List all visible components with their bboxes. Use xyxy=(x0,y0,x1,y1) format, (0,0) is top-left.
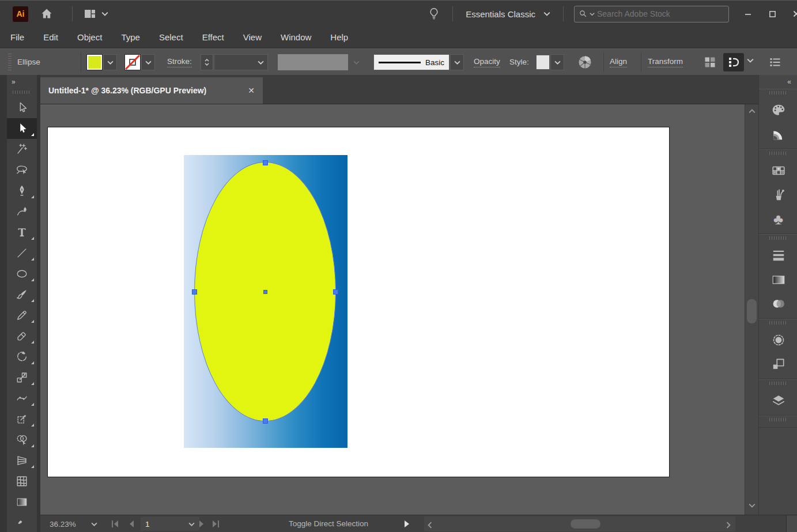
dock-grip[interactable] xyxy=(769,418,788,421)
tool-paintbrush[interactable] xyxy=(7,284,37,305)
tool-perspective-grid[interactable] xyxy=(7,450,37,471)
tool-free-transform[interactable] xyxy=(7,409,37,429)
next-artboard-icon[interactable] xyxy=(198,520,205,528)
stroke-weight-label[interactable]: Stroke: xyxy=(167,57,192,67)
panel-menu-icon[interactable] xyxy=(768,55,782,69)
horizontal-scrollbar[interactable] xyxy=(424,516,735,531)
lightbulb-icon[interactable] xyxy=(427,6,441,21)
gradient-panel-icon[interactable] xyxy=(759,267,797,292)
menu-select[interactable]: Select xyxy=(159,32,183,42)
app-logo-icon[interactable]: Ai xyxy=(13,6,28,22)
tool-shape-builder[interactable] xyxy=(7,429,37,450)
stroke-weight-dropdown[interactable] xyxy=(214,54,268,70)
menu-view[interactable]: View xyxy=(243,32,262,42)
tool-direct-selection[interactable] xyxy=(7,118,37,139)
center-point-handle[interactable] xyxy=(263,290,267,294)
recolor-artwork-icon[interactable] xyxy=(577,54,593,70)
isolation-mode-chevron[interactable] xyxy=(747,58,754,63)
dock-grip[interactable] xyxy=(769,321,788,325)
tool-width[interactable] xyxy=(7,388,37,409)
stroke-color-swatch[interactable] xyxy=(124,54,141,70)
artboard-number-dropdown[interactable]: 1 xyxy=(141,517,199,531)
scroll-up-icon[interactable] xyxy=(749,109,756,114)
document-tab[interactable]: Untitled-1* @ 36.23% (RGB/GPU Preview) ✕ xyxy=(40,77,263,104)
menu-file[interactable]: File xyxy=(10,32,24,42)
canvas-viewport[interactable] xyxy=(40,104,758,515)
stroke-weight-stepper[interactable] xyxy=(201,54,213,70)
menu-effect[interactable]: Effect xyxy=(202,32,224,42)
status-play-icon[interactable] xyxy=(403,520,410,528)
layers-panel-icon[interactable] xyxy=(759,388,797,413)
brush-definition-chevron[interactable] xyxy=(450,54,464,70)
stock-search-box[interactable] xyxy=(574,6,729,22)
transform-label[interactable]: Transform xyxy=(648,57,683,67)
stroke-panel-icon[interactable] xyxy=(759,243,797,267)
menu-edit[interactable]: Edit xyxy=(43,32,58,42)
anchor-handle-bottom[interactable] xyxy=(263,418,268,424)
toolbar-expand-button[interactable]: » xyxy=(7,75,37,89)
scroll-right-icon[interactable] xyxy=(726,522,731,529)
status-text[interactable]: Toggle Direct Selection xyxy=(231,519,426,528)
anchor-handle-top[interactable] xyxy=(263,160,268,165)
scroll-left-icon[interactable] xyxy=(428,522,432,529)
swatches-panel-icon[interactable] xyxy=(759,159,797,183)
tool-scale[interactable] xyxy=(7,367,37,388)
opacity-label[interactable]: Opacity xyxy=(474,57,500,67)
tool-lasso[interactable] xyxy=(7,160,37,180)
anchor-handle-right[interactable] xyxy=(333,289,338,295)
color-guide-panel-icon[interactable] xyxy=(759,122,797,146)
zoom-level-control[interactable]: 36.23% xyxy=(45,517,102,531)
tool-ellipse[interactable] xyxy=(7,263,37,284)
grid-squares-icon[interactable] xyxy=(703,55,717,69)
dock-collapse-button[interactable]: « xyxy=(759,75,797,89)
dock-grip[interactable] xyxy=(769,382,788,385)
workspace-switcher[interactable]: Essentials Classic xyxy=(466,9,550,19)
fill-color-dropdown[interactable] xyxy=(103,54,117,70)
first-artboard-icon[interactable] xyxy=(111,520,120,528)
artboard[interactable] xyxy=(47,127,670,477)
tool-rotate[interactable] xyxy=(7,346,37,367)
menu-help[interactable]: Help xyxy=(330,32,348,42)
brushes-panel-icon[interactable] xyxy=(759,183,797,207)
menu-object[interactable]: Object xyxy=(77,32,102,42)
arrange-documents-button[interactable] xyxy=(83,7,108,21)
scroll-down-icon[interactable] xyxy=(749,503,756,508)
tool-eyedropper[interactable] xyxy=(7,512,37,532)
isolation-mode-button[interactable] xyxy=(723,53,744,71)
dock-grip[interactable] xyxy=(769,152,788,155)
maximize-button[interactable] xyxy=(764,6,781,21)
horizontal-scrollbar-thumb[interactable] xyxy=(571,519,600,529)
last-artboard-icon[interactable] xyxy=(211,520,220,528)
vertical-scrollbar-thumb[interactable] xyxy=(747,299,757,323)
tool-eraser[interactable] xyxy=(7,326,37,346)
tool-pen[interactable] xyxy=(7,180,37,201)
tool-gradient[interactable] xyxy=(7,492,37,512)
vertical-scrollbar[interactable] xyxy=(745,104,759,515)
brush-definition-dropdown[interactable]: Basic xyxy=(373,54,450,70)
previous-artboard-icon[interactable] xyxy=(128,520,135,528)
menu-type[interactable]: Type xyxy=(121,32,140,42)
search-input[interactable] xyxy=(596,9,702,19)
graphic-style-dropdown[interactable] xyxy=(550,54,564,70)
symbols-panel-icon[interactable]: ♣ xyxy=(759,207,797,231)
appearance-panel-icon[interactable] xyxy=(759,328,797,352)
dock-grip[interactable] xyxy=(769,91,788,95)
tool-curvature[interactable] xyxy=(7,201,37,222)
graphic-styles-panel-icon[interactable] xyxy=(759,352,797,376)
graphic-style-swatch[interactable] xyxy=(536,55,550,70)
align-label[interactable]: Align xyxy=(610,57,627,67)
menu-window[interactable]: Window xyxy=(281,32,311,42)
controlbar-grip[interactable] xyxy=(8,54,12,71)
tool-line-segment[interactable] xyxy=(7,243,37,263)
fill-color-swatch[interactable] xyxy=(86,54,103,70)
close-button[interactable] xyxy=(788,6,797,21)
minimize-button[interactable] xyxy=(739,6,757,21)
tool-type[interactable] xyxy=(7,222,37,243)
tool-pencil[interactable] xyxy=(7,305,37,326)
tool-mesh[interactable] xyxy=(7,471,37,492)
transparency-panel-icon[interactable] xyxy=(759,292,797,316)
tab-close-icon[interactable]: ✕ xyxy=(242,86,255,95)
stroke-color-dropdown[interactable] xyxy=(141,54,155,70)
toolbar-grip[interactable] xyxy=(13,90,31,94)
color-panel-icon[interactable] xyxy=(759,98,797,122)
